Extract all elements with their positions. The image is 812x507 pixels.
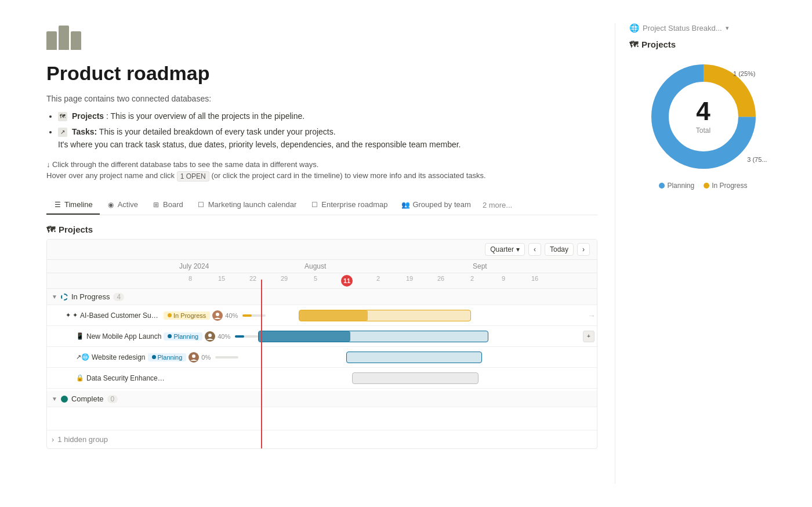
group-complete-header: ▼ Complete 0 xyxy=(47,391,597,407)
svg-point-0 xyxy=(216,313,219,316)
group-count-in-progress: 4 xyxy=(113,293,124,301)
status-circle-complete xyxy=(61,396,68,403)
month-august: August xyxy=(300,260,468,273)
group-toggle-complete[interactable]: ▼ xyxy=(52,396,57,402)
bar-btn-mobile[interactable]: + xyxy=(583,331,594,342)
group-label-complete: Complete xyxy=(71,394,104,403)
date-5: 5 xyxy=(300,273,331,288)
month-sept: Sept xyxy=(468,260,597,273)
projects-label: Projects xyxy=(72,111,104,121)
enterprise-icon: ☐ xyxy=(310,201,318,209)
legend-in-progress: In Progress xyxy=(704,182,747,190)
quarter-chevron: ▾ xyxy=(516,245,520,253)
badge-in-progress-ai: In Progress xyxy=(164,312,210,320)
donut-container: 4 Total 1 (25%) 3 (75... Planning In Pro… xyxy=(629,59,777,190)
legend-label-planning: Planning xyxy=(667,182,694,190)
prev-button[interactable]: ‹ xyxy=(528,243,541,256)
today-button[interactable]: Today xyxy=(545,243,574,256)
gantt-bar-website[interactable] xyxy=(346,352,483,363)
tab-active-label: Active xyxy=(118,200,138,209)
today-label: Today xyxy=(550,245,568,253)
task-icon-website: ↗🌐 xyxy=(76,353,89,361)
hidden-group-row[interactable]: › 1 hidden group xyxy=(47,430,597,448)
tab-enterprise[interactable]: ☐ Enterprise roadmap xyxy=(303,195,394,215)
group-toggle-in-progress[interactable]: ▼ xyxy=(52,294,57,300)
db-title-text: Projects xyxy=(59,224,93,234)
tab-grouped[interactable]: 👥 Grouped by team xyxy=(394,195,477,215)
date-19: 19 xyxy=(394,273,425,288)
bar-fill-ai xyxy=(299,310,368,321)
task-row-security: 🔒 Data Security Enhancement xyxy=(47,368,597,389)
date-2-aug: 2 xyxy=(362,273,394,288)
months-row: July 2024 August Sept xyxy=(47,260,597,273)
task-name-mobile[interactable]: New Mobile App Launch xyxy=(86,332,161,341)
date-22: 22 xyxy=(237,273,269,288)
sidebar-widget-title: Project Status Breakd... xyxy=(643,24,722,32)
main-content: Product roadmap This page contains two c… xyxy=(46,23,615,484)
donut-total-label: Total xyxy=(696,126,710,135)
quarter-button[interactable]: Quarter ▾ xyxy=(485,243,525,256)
hidden-group-label: 1 hidden group xyxy=(57,435,108,444)
bar-arrow-ai: → xyxy=(588,311,596,320)
donut-center-label: 4 Total xyxy=(696,99,710,135)
hint2-post: (or click the project card in the timeli… xyxy=(211,172,485,180)
timeline-icon: ☰ xyxy=(53,201,61,209)
dates-row: 8 15 22 29 5 11 2 19 26 2 9 16 xyxy=(47,273,597,289)
progress-website xyxy=(215,356,238,358)
tasks-label: Tasks: xyxy=(72,127,97,136)
gantt-bar-security[interactable] xyxy=(352,372,478,384)
book-page-left xyxy=(46,31,57,50)
donut-legend: Planning In Progress xyxy=(659,182,747,190)
task-name-ai[interactable]: AI-Based Customer Support xyxy=(80,312,161,320)
badge-planning-mobile: Planning xyxy=(164,332,202,341)
task-name-website[interactable]: Website redesign xyxy=(92,353,146,361)
group-count-complete: 0 xyxy=(107,395,118,403)
tab-enterprise-label: Enterprise roadmap xyxy=(321,200,387,209)
tab-timeline[interactable]: ☰ Timeline xyxy=(46,195,100,215)
group-in-progress-header: ▼ In Progress 4 xyxy=(47,289,597,305)
date-11-today: 11 xyxy=(331,273,362,288)
svg-point-2 xyxy=(192,354,195,358)
projects-db-icon: 🗺 xyxy=(58,112,67,121)
tab-more-label: 2 more... xyxy=(483,201,512,209)
tab-grouped-label: Grouped by team xyxy=(412,200,470,209)
tab-board[interactable]: ⊞ Board xyxy=(145,195,190,215)
quarter-label: Quarter xyxy=(490,245,514,253)
page-icon xyxy=(46,23,81,52)
sidebar-widget-chevron[interactable]: ▾ xyxy=(726,24,729,32)
task-name-security[interactable]: Data Security Enhancement xyxy=(86,374,168,382)
sidebar-db-title-text: Projects xyxy=(641,39,676,49)
tab-more[interactable]: 2 more... xyxy=(478,196,517,214)
tab-active[interactable]: ◉ Active xyxy=(100,195,145,215)
tasks-db-icon: ↗ xyxy=(58,128,67,137)
sidebar-db-title: 🗺 Projects xyxy=(629,39,777,49)
task-row-mobile: 📱 New Mobile App Launch Planning 40% xyxy=(47,326,597,347)
complete-empty-row xyxy=(47,407,597,430)
timeline-grid: July 2024 August Sept 8 15 22 29 5 xyxy=(47,260,597,448)
sidebar-widget-header: 🌐 Project Status Breakd... ▾ xyxy=(629,23,777,32)
percent-website: 0% xyxy=(201,354,211,361)
tab-board-label: Board xyxy=(163,200,183,209)
marketing-icon: ☐ xyxy=(197,201,205,209)
next-button[interactable]: › xyxy=(577,243,590,256)
gantt-bar-mobile[interactable] xyxy=(258,331,488,342)
gantt-bar-ai[interactable] xyxy=(299,310,471,321)
bullet-list: 🗺 Projects : This is your overview of al… xyxy=(46,110,597,151)
badge-dot-ai xyxy=(168,313,172,317)
bullet-projects: 🗺 Projects : This is your overview of al… xyxy=(58,110,597,122)
percent-mobile: 40% xyxy=(217,333,230,340)
donut-label-bottom: 3 (75... xyxy=(747,156,767,163)
progress-ai-fill xyxy=(242,314,252,317)
bar-fill-mobile xyxy=(259,331,350,342)
active-icon: ◉ xyxy=(107,201,115,209)
db-header: 🗺 Projects xyxy=(46,224,597,234)
tasks-text2: It's where you can track task status, du… xyxy=(58,140,461,149)
today-line xyxy=(261,280,262,448)
sidebar-widget-globe: 🌐 xyxy=(629,23,639,32)
tab-marketing[interactable]: ☐ Marketing launch calendar xyxy=(190,195,303,215)
bar-area-website xyxy=(238,347,597,367)
legend-label-in-progress: In Progress xyxy=(712,182,747,190)
avatar-mobile xyxy=(205,331,215,342)
task-info-ai: ✦ ✦ AI-Based Customer Support In Progres… xyxy=(47,310,266,321)
hint2-pre: Hover over any project name and click xyxy=(46,172,175,180)
